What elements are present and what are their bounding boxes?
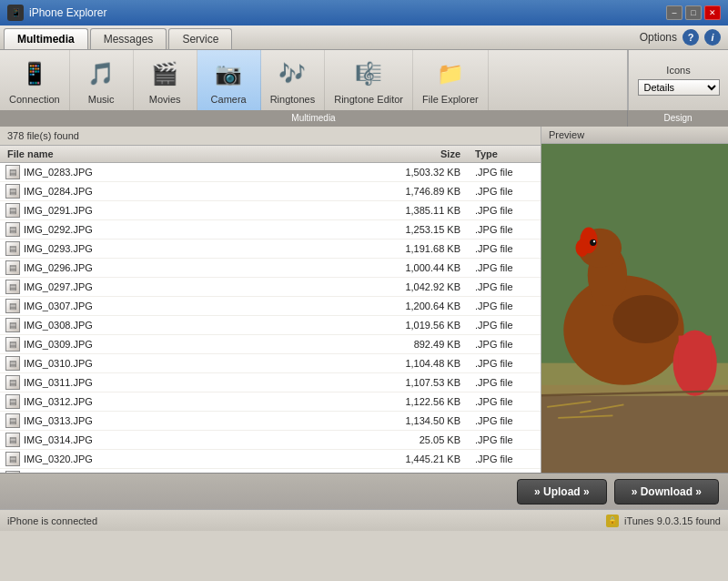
movies-label: Movies: [149, 94, 181, 105]
file-size: 1,200.64 KB: [368, 299, 468, 313]
options-button[interactable]: Options: [640, 31, 677, 44]
file-type: .JPG file: [468, 318, 541, 332]
icons-label: Icons: [666, 65, 690, 76]
tab-multimedia[interactable]: Multimedia: [4, 28, 88, 49]
col-type[interactable]: Type: [468, 146, 541, 162]
file-icon: ▤: [5, 184, 20, 199]
toolbar-ringtones[interactable]: 🎶 Ringtones: [261, 50, 326, 110]
toolbar-movies[interactable]: 🎬 Movies: [134, 50, 197, 110]
file-type: .JPG file: [468, 165, 541, 179]
file-icon: ▤: [5, 280, 20, 294]
toolbar-file-explorer[interactable]: 📁 File Explorer: [413, 50, 489, 110]
file-type: .JPG file: [468, 433, 541, 447]
file-icon: ▤: [5, 260, 20, 275]
file-name: IMG_0311.JPG: [24, 377, 93, 388]
file-name: IMG_0307.JPG: [24, 301, 93, 311]
file-type: .JPG file: [468, 452, 541, 466]
file-size: 1,134.50 KB: [368, 413, 468, 428]
file-icon: ▤: [5, 452, 20, 466]
col-name[interactable]: File name: [0, 146, 368, 162]
status-left: iPhone is connected: [7, 515, 97, 526]
file-icon: ▤: [5, 471, 20, 473]
table-row[interactable]: ▤IMG_0311.JPG1,107.53 KB.JPG file: [0, 373, 541, 392]
file-size: 1,512.87 KB: [368, 471, 468, 473]
toolbar-camera[interactable]: 📷 Camera: [197, 50, 261, 110]
camera-icon: 📷: [210, 56, 247, 92]
connection-icon: 📱: [16, 56, 53, 92]
movies-icon: 🎬: [147, 56, 183, 92]
main-toolbar: 📱 Connection 🎵 Music 🎬 Movies 📷 Camera 🎶…: [0, 50, 728, 110]
table-row[interactable]: ▤IMG_0292.JPG1,253.15 KB.JPG file: [0, 220, 541, 240]
table-row[interactable]: ▤IMG_0284.JPG1,746.89 KB.JPG file: [0, 182, 541, 201]
file-size: 1,000.44 KB: [368, 260, 468, 275]
file-explorer-label: File Explorer: [422, 94, 479, 105]
music-label: Music: [88, 94, 115, 105]
close-button[interactable]: ✕: [704, 5, 721, 20]
multimedia-section-label: Multimedia: [0, 110, 628, 127]
preview-image: [541, 144, 728, 473]
file-size: 1,445.21 KB: [368, 452, 468, 466]
table-row[interactable]: ▤IMG_0297.JPG1,042.92 KB.JPG file: [0, 278, 541, 297]
table-row[interactable]: ▤IMG_0312.JPG1,122.56 KB.JPG file: [0, 392, 541, 412]
connection-label: Connection: [9, 94, 60, 105]
table-row[interactable]: ▤IMG_0308.JPG1,019.56 KB.JPG file: [0, 316, 541, 335]
toolbar-ringtone-editor[interactable]: 🎼 Ringtone Editor: [325, 50, 413, 110]
table-row[interactable]: ▤IMG_0313.JPG1,134.50 KB.JPG file: [0, 412, 541, 431]
table-row[interactable]: ▤IMG_0310.JPG1,104.48 KB.JPG file: [0, 354, 541, 373]
table-row[interactable]: ▤IMG_0296.JPG1,000.44 KB.JPG file: [0, 259, 541, 278]
table-row[interactable]: ▤IMG_0320.JPG1,445.21 KB.JPG file: [0, 450, 541, 469]
toolbar-sections: Multimedia Design: [0, 110, 728, 127]
file-icon: ▤: [5, 222, 20, 237]
toolbar-music[interactable]: 🎵 Music: [70, 50, 134, 110]
file-name: IMG_0312.JPG: [24, 396, 93, 407]
status-bar: iPhone is connected 🔒 iTunes 9.0.3.15 fo…: [0, 509, 728, 531]
file-type: .JPG file: [468, 375, 541, 390]
toolbar-connection[interactable]: 📱 Connection: [0, 50, 70, 110]
maximize-button[interactable]: □: [685, 5, 702, 20]
file-size: 1,746.89 KB: [368, 184, 468, 199]
design-select[interactable]: Details List Thumbnails: [638, 79, 720, 96]
minimize-button[interactable]: –: [666, 5, 682, 20]
bottom-bar: » Upload » » Download »: [0, 473, 728, 509]
table-row[interactable]: ▤IMG_0291.JPG1,385.11 KB.JPG file: [0, 201, 541, 220]
tab-service[interactable]: Service: [168, 28, 232, 49]
file-name: IMG_0293.JPG: [24, 243, 93, 254]
file-type: .JPG file: [468, 471, 541, 473]
file-name: IMG_0313.JPG: [24, 415, 93, 426]
app-icon: 📱: [7, 5, 24, 21]
file-explorer-icon: 📁: [432, 56, 469, 92]
svg-point-7: [576, 240, 589, 257]
table-row[interactable]: ▤IMG_0314.JPG25.05 KB.JPG file: [0, 431, 541, 450]
file-type: .JPG file: [468, 260, 541, 275]
file-panel: 378 file(s) found File name Size Type ▤I…: [0, 127, 541, 473]
table-row[interactable]: ▤IMG_0293.JPG1,191.68 KB.JPG file: [0, 240, 541, 259]
svg-point-10: [612, 295, 678, 343]
svg-rect-12: [679, 336, 712, 369]
file-name: IMG_0291.JPG: [24, 205, 93, 216]
file-type: .JPG file: [468, 299, 541, 313]
file-icon: ▤: [5, 203, 20, 218]
file-size: 1,253.15 KB: [368, 222, 468, 237]
col-size[interactable]: Size: [368, 146, 468, 162]
table-row[interactable]: ▤IMG_0283.JPG1,503.32 KB.JPG file: [0, 163, 541, 182]
table-body[interactable]: ▤IMG_0283.JPG1,503.32 KB.JPG file▤IMG_02…: [0, 163, 541, 473]
table-row[interactable]: ▤IMG_0321.JPG1,512.87 KB.JPG file: [0, 469, 541, 473]
table-row[interactable]: ▤IMG_0309.JPG892.49 KB.JPG file: [0, 335, 541, 354]
table-header: File name Size Type: [0, 146, 541, 163]
tab-messages[interactable]: Messages: [90, 28, 167, 49]
file-size: 25.05 KB: [368, 433, 468, 447]
file-type: .JPG file: [468, 413, 541, 428]
upload-button[interactable]: » Upload »: [517, 479, 607, 505]
file-icon: ▤: [5, 299, 20, 313]
table-row[interactable]: ▤IMG_0307.JPG1,200.64 KB.JPG file: [0, 297, 541, 316]
ringtones-label: Ringtones: [270, 94, 316, 105]
info-button[interactable]: i: [704, 29, 721, 46]
file-name: IMG_0292.JPG: [24, 224, 93, 235]
help-button[interactable]: ?: [682, 29, 699, 46]
file-type: .JPG file: [468, 394, 541, 409]
svg-point-9: [593, 240, 595, 242]
design-panel: Icons Details List Thumbnails: [628, 50, 728, 110]
file-icon: ▤: [5, 318, 20, 332]
download-button[interactable]: » Download »: [614, 479, 719, 505]
title-bar: 📱 iPhone Explorer – □ ✕: [0, 0, 728, 25]
